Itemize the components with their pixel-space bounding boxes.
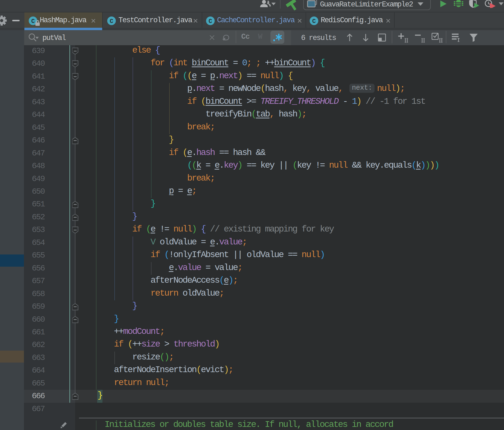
svg-text:C: C [312,18,316,25]
svg-text:C: C [110,18,113,25]
svg-text:C: C [31,18,35,25]
svg-text:C: C [208,18,212,25]
